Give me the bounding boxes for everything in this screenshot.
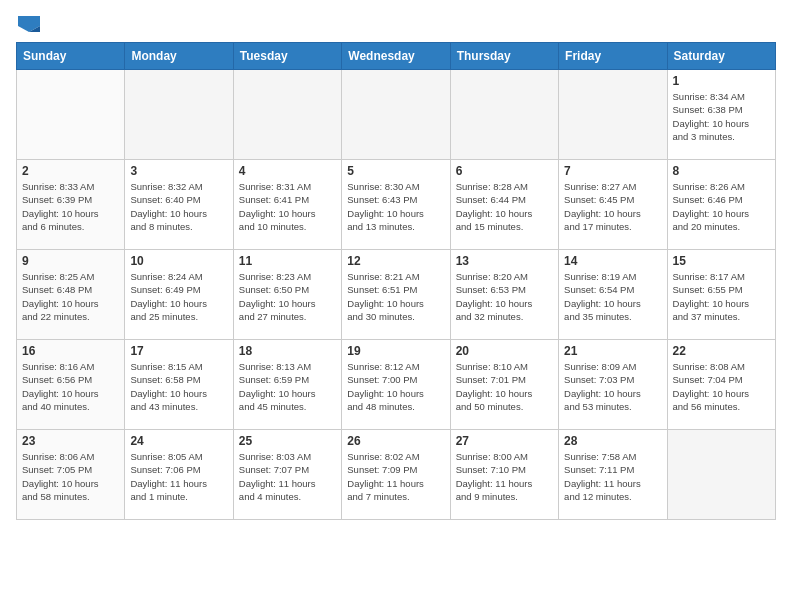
day-info: Sunrise: 8:15 AM Sunset: 6:58 PM Dayligh… [130,360,227,413]
calendar-cell: 17Sunrise: 8:15 AM Sunset: 6:58 PM Dayli… [125,340,233,430]
weekday-header-wednesday: Wednesday [342,43,450,70]
day-number: 28 [564,434,661,448]
calendar-cell: 15Sunrise: 8:17 AM Sunset: 6:55 PM Dayli… [667,250,775,340]
calendar-week-3: 9Sunrise: 8:25 AM Sunset: 6:48 PM Daylig… [17,250,776,340]
day-info: Sunrise: 7:58 AM Sunset: 7:11 PM Dayligh… [564,450,661,503]
day-number: 15 [673,254,770,268]
calendar-cell: 26Sunrise: 8:02 AM Sunset: 7:09 PM Dayli… [342,430,450,520]
calendar-cell: 13Sunrise: 8:20 AM Sunset: 6:53 PM Dayli… [450,250,558,340]
calendar-cell: 22Sunrise: 8:08 AM Sunset: 7:04 PM Dayli… [667,340,775,430]
day-number: 24 [130,434,227,448]
day-number: 14 [564,254,661,268]
day-info: Sunrise: 8:26 AM Sunset: 6:46 PM Dayligh… [673,180,770,233]
day-number: 2 [22,164,119,178]
calendar-week-4: 16Sunrise: 8:16 AM Sunset: 6:56 PM Dayli… [17,340,776,430]
calendar-cell: 7Sunrise: 8:27 AM Sunset: 6:45 PM Daylig… [559,160,667,250]
calendar-week-1: 1Sunrise: 8:34 AM Sunset: 6:38 PM Daylig… [17,70,776,160]
calendar-cell: 14Sunrise: 8:19 AM Sunset: 6:54 PM Dayli… [559,250,667,340]
day-number: 20 [456,344,553,358]
calendar-cell [559,70,667,160]
day-number: 27 [456,434,553,448]
day-number: 6 [456,164,553,178]
day-number: 23 [22,434,119,448]
calendar-cell: 19Sunrise: 8:12 AM Sunset: 7:00 PM Dayli… [342,340,450,430]
calendar-cell [450,70,558,160]
calendar-cell [233,70,341,160]
day-number: 19 [347,344,444,358]
weekday-header-sunday: Sunday [17,43,125,70]
page-header [16,16,776,34]
day-info: Sunrise: 8:32 AM Sunset: 6:40 PM Dayligh… [130,180,227,233]
day-info: Sunrise: 8:27 AM Sunset: 6:45 PM Dayligh… [564,180,661,233]
logo [16,16,40,34]
calendar-cell: 28Sunrise: 7:58 AM Sunset: 7:11 PM Dayli… [559,430,667,520]
day-number: 10 [130,254,227,268]
calendar-cell [17,70,125,160]
calendar-cell: 25Sunrise: 8:03 AM Sunset: 7:07 PM Dayli… [233,430,341,520]
day-number: 22 [673,344,770,358]
calendar-cell: 3Sunrise: 8:32 AM Sunset: 6:40 PM Daylig… [125,160,233,250]
calendar-cell: 18Sunrise: 8:13 AM Sunset: 6:59 PM Dayli… [233,340,341,430]
logo-icon [18,16,40,32]
day-info: Sunrise: 8:20 AM Sunset: 6:53 PM Dayligh… [456,270,553,323]
day-info: Sunrise: 8:30 AM Sunset: 6:43 PM Dayligh… [347,180,444,233]
weekday-row: SundayMondayTuesdayWednesdayThursdayFrid… [17,43,776,70]
day-info: Sunrise: 8:03 AM Sunset: 7:07 PM Dayligh… [239,450,336,503]
day-number: 17 [130,344,227,358]
day-number: 11 [239,254,336,268]
day-number: 8 [673,164,770,178]
day-number: 3 [130,164,227,178]
calendar-cell: 11Sunrise: 8:23 AM Sunset: 6:50 PM Dayli… [233,250,341,340]
weekday-header-monday: Monday [125,43,233,70]
day-info: Sunrise: 8:12 AM Sunset: 7:00 PM Dayligh… [347,360,444,413]
calendar-cell [125,70,233,160]
day-info: Sunrise: 8:25 AM Sunset: 6:48 PM Dayligh… [22,270,119,323]
day-number: 26 [347,434,444,448]
day-info: Sunrise: 8:09 AM Sunset: 7:03 PM Dayligh… [564,360,661,413]
day-info: Sunrise: 8:34 AM Sunset: 6:38 PM Dayligh… [673,90,770,143]
calendar-cell: 1Sunrise: 8:34 AM Sunset: 6:38 PM Daylig… [667,70,775,160]
calendar-cell: 21Sunrise: 8:09 AM Sunset: 7:03 PM Dayli… [559,340,667,430]
calendar-cell: 20Sunrise: 8:10 AM Sunset: 7:01 PM Dayli… [450,340,558,430]
calendar-week-5: 23Sunrise: 8:06 AM Sunset: 7:05 PM Dayli… [17,430,776,520]
calendar-cell: 16Sunrise: 8:16 AM Sunset: 6:56 PM Dayli… [17,340,125,430]
day-info: Sunrise: 8:28 AM Sunset: 6:44 PM Dayligh… [456,180,553,233]
calendar-cell [667,430,775,520]
day-info: Sunrise: 8:16 AM Sunset: 6:56 PM Dayligh… [22,360,119,413]
day-number: 5 [347,164,444,178]
day-info: Sunrise: 8:31 AM Sunset: 6:41 PM Dayligh… [239,180,336,233]
day-info: Sunrise: 8:33 AM Sunset: 6:39 PM Dayligh… [22,180,119,233]
day-number: 4 [239,164,336,178]
day-number: 21 [564,344,661,358]
weekday-header-friday: Friday [559,43,667,70]
day-info: Sunrise: 8:05 AM Sunset: 7:06 PM Dayligh… [130,450,227,503]
weekday-header-tuesday: Tuesday [233,43,341,70]
day-number: 25 [239,434,336,448]
calendar-cell: 23Sunrise: 8:06 AM Sunset: 7:05 PM Dayli… [17,430,125,520]
day-number: 9 [22,254,119,268]
day-info: Sunrise: 8:17 AM Sunset: 6:55 PM Dayligh… [673,270,770,323]
calendar-week-2: 2Sunrise: 8:33 AM Sunset: 6:39 PM Daylig… [17,160,776,250]
calendar-cell: 2Sunrise: 8:33 AM Sunset: 6:39 PM Daylig… [17,160,125,250]
calendar-cell: 4Sunrise: 8:31 AM Sunset: 6:41 PM Daylig… [233,160,341,250]
weekday-header-saturday: Saturday [667,43,775,70]
calendar-cell: 10Sunrise: 8:24 AM Sunset: 6:49 PM Dayli… [125,250,233,340]
day-info: Sunrise: 8:08 AM Sunset: 7:04 PM Dayligh… [673,360,770,413]
calendar-cell: 12Sunrise: 8:21 AM Sunset: 6:51 PM Dayli… [342,250,450,340]
day-number: 12 [347,254,444,268]
day-info: Sunrise: 8:24 AM Sunset: 6:49 PM Dayligh… [130,270,227,323]
calendar-cell: 6Sunrise: 8:28 AM Sunset: 6:44 PM Daylig… [450,160,558,250]
day-info: Sunrise: 8:19 AM Sunset: 6:54 PM Dayligh… [564,270,661,323]
day-info: Sunrise: 8:00 AM Sunset: 7:10 PM Dayligh… [456,450,553,503]
calendar-header: SundayMondayTuesdayWednesdayThursdayFrid… [17,43,776,70]
day-number: 7 [564,164,661,178]
calendar-table: SundayMondayTuesdayWednesdayThursdayFrid… [16,42,776,520]
calendar-body: 1Sunrise: 8:34 AM Sunset: 6:38 PM Daylig… [17,70,776,520]
calendar-cell: 27Sunrise: 8:00 AM Sunset: 7:10 PM Dayli… [450,430,558,520]
day-info: Sunrise: 8:21 AM Sunset: 6:51 PM Dayligh… [347,270,444,323]
day-number: 1 [673,74,770,88]
day-info: Sunrise: 8:02 AM Sunset: 7:09 PM Dayligh… [347,450,444,503]
calendar-cell: 5Sunrise: 8:30 AM Sunset: 6:43 PM Daylig… [342,160,450,250]
day-info: Sunrise: 8:23 AM Sunset: 6:50 PM Dayligh… [239,270,336,323]
day-number: 18 [239,344,336,358]
